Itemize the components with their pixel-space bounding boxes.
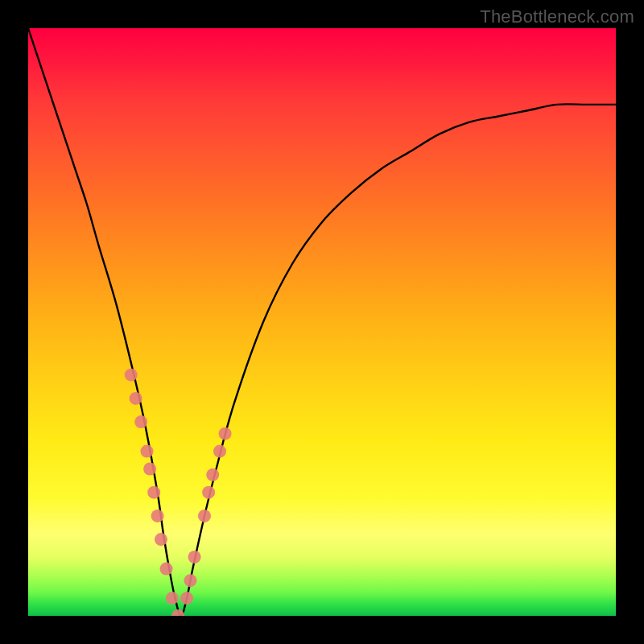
data-marker — [202, 486, 215, 499]
data-marker — [143, 463, 156, 476]
data-marker — [125, 369, 138, 382]
data-marker — [213, 445, 226, 458]
data-marker — [134, 415, 147, 428]
data-marker — [188, 551, 201, 564]
data-marker — [219, 427, 232, 440]
curve-path — [28, 28, 616, 616]
data-marker — [151, 510, 164, 522]
data-marker — [155, 533, 167, 546]
curve-svg — [28, 28, 616, 616]
data-marker — [147, 486, 160, 499]
watermark-text: TheBottleneck.com — [480, 6, 634, 27]
data-marker — [206, 469, 219, 481]
data-marker — [160, 563, 173, 576]
data-marker — [166, 592, 179, 605]
data-marker — [184, 574, 196, 587]
data-marker — [130, 392, 142, 405]
curve-layer — [28, 28, 616, 616]
data-marker — [140, 445, 153, 458]
data-marker — [171, 609, 184, 616]
chart-frame: TheBottleneck.com — [0, 0, 644, 644]
data-marker — [198, 510, 211, 522]
data-marker — [180, 592, 193, 605]
plot-area — [28, 28, 616, 616]
